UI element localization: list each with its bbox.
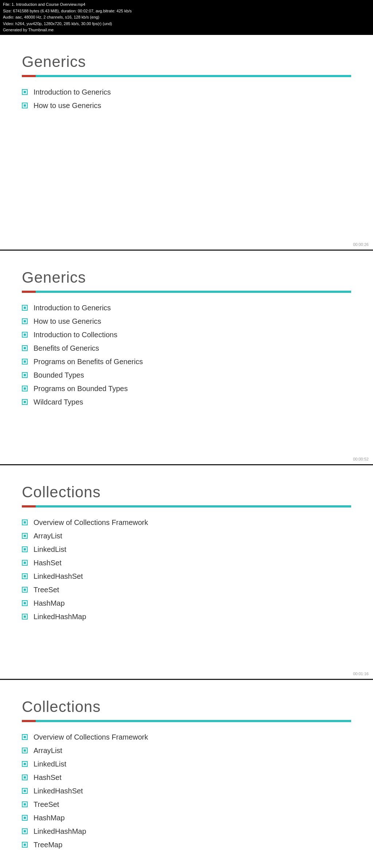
file-info-line1: File: 1. Introduction and Course Overvie… (3, 1, 370, 8)
list-item-icon (22, 359, 28, 365)
slide-1-timestamp: 00:00:26 (353, 242, 369, 247)
list-item-label: Bounded Types (34, 371, 84, 379)
list-item: Wildcard Types (22, 398, 351, 406)
list-item: HashSet (22, 559, 351, 567)
file-info-line5: Generated by Thumbnail.me (3, 27, 370, 33)
list-item-icon (22, 332, 28, 338)
slide-2-accent-bar (22, 291, 351, 293)
list-item: Overview of Collections Framework (22, 733, 351, 741)
accent-teal (36, 75, 351, 77)
list-item: TreeMap (22, 841, 351, 849)
list-item: Introduction to Collections (22, 331, 351, 339)
list-item: HashMap (22, 599, 351, 608)
slide-3: CollectionsOverview of Collections Frame… (0, 464, 373, 679)
list-item: Bounded Types (22, 371, 351, 379)
list-item: Introduction to Generics (22, 88, 351, 96)
list-item-label: LinkedHashSet (34, 787, 83, 795)
list-item-icon (22, 788, 28, 794)
accent-red (22, 505, 36, 507)
list-item-label: Introduction to Generics (34, 304, 111, 312)
list-item-label: Wildcard Types (34, 398, 83, 406)
accent-red (22, 75, 36, 77)
slide-4-list: Overview of Collections FrameworkArrayLi… (22, 733, 351, 849)
list-item: LinkedList (22, 760, 351, 768)
list-item: LinkedHashMap (22, 827, 351, 836)
slide-2-list: Introduction to GenericsHow to use Gener… (22, 304, 351, 406)
list-item-label: Introduction to Generics (34, 88, 111, 96)
list-item: Programs on Benefits of Generics (22, 358, 351, 366)
slide-1: GenericsIntroduction to GenericsHow to u… (0, 35, 373, 250)
list-item: LinkedHashSet (22, 572, 351, 581)
list-item-icon (22, 815, 28, 821)
list-item: LinkedHashSet (22, 787, 351, 795)
list-item-icon (22, 801, 28, 807)
list-item-label: HashSet (34, 559, 62, 567)
list-item-label: LinkedHashMap (34, 827, 86, 836)
list-item-label: Programs on Benefits of Generics (34, 358, 143, 366)
file-info-line3: Audio: aac, 48000 Hz, 2 channels, s16, 1… (3, 14, 370, 21)
list-item-icon (22, 828, 28, 834)
file-info-line2: Size: 6741588 bytes (6.43 MiB), duration… (3, 8, 370, 15)
accent-red (22, 720, 36, 722)
accent-teal (36, 720, 351, 722)
list-item-label: Introduction to Collections (34, 331, 117, 339)
list-item-icon (22, 305, 28, 311)
slide-1-list: Introduction to GenericsHow to use Gener… (22, 88, 351, 110)
list-item-label: TreeMap (34, 841, 62, 849)
list-item-icon (22, 842, 28, 848)
list-item: LinkedList (22, 545, 351, 554)
list-item-icon (22, 600, 28, 606)
file-info-line4: Video: h264, yuv420p, 1280x720, 285 kb/s… (3, 21, 370, 27)
list-item-label: How to use Generics (34, 317, 101, 326)
slide-4: CollectionsOverview of Collections Frame… (0, 679, 373, 868)
slide-3-list: Overview of Collections FrameworkArrayLi… (22, 518, 351, 621)
list-item-label: HashSet (34, 773, 62, 782)
list-item-label: Overview of Collections Framework (34, 518, 148, 527)
list-item-icon (22, 761, 28, 767)
accent-red (22, 291, 36, 293)
list-item: TreeSet (22, 586, 351, 594)
list-item-label: HashMap (34, 814, 65, 822)
list-item-label: LinkedHashMap (34, 613, 86, 621)
list-item: HashMap (22, 814, 351, 822)
list-item-icon (22, 748, 28, 753)
slide-4-accent-bar (22, 720, 351, 722)
slide-1-title: Generics (22, 53, 351, 71)
list-item-icon (22, 318, 28, 324)
list-item-icon (22, 573, 28, 579)
list-item-icon (22, 560, 28, 566)
accent-teal (36, 291, 351, 293)
list-item: How to use Generics (22, 317, 351, 326)
list-item-icon (22, 103, 28, 108)
list-item-label: Programs on Bounded Types (34, 385, 128, 393)
list-item-label: LinkedHashSet (34, 572, 83, 581)
slide-3-accent-bar (22, 505, 351, 507)
list-item: Introduction to Generics (22, 304, 351, 312)
list-item-icon (22, 587, 28, 593)
slides-container: GenericsIntroduction to GenericsHow to u… (0, 35, 373, 868)
slide-2-timestamp: 00:00:52 (353, 457, 369, 461)
list-item-icon (22, 345, 28, 351)
list-item-icon (22, 546, 28, 552)
list-item: LinkedHashMap (22, 613, 351, 621)
list-item-label: ArrayList (34, 746, 62, 755)
slide-4-title: Collections (22, 698, 351, 716)
slide-2: GenericsIntroduction to GenericsHow to u… (0, 250, 373, 464)
accent-teal (36, 505, 351, 507)
list-item: Overview of Collections Framework (22, 518, 351, 527)
list-item-icon (22, 89, 28, 95)
list-item-label: ArrayList (34, 532, 62, 540)
list-item-label: How to use Generics (34, 101, 101, 110)
list-item-icon (22, 533, 28, 539)
list-item-label: Benefits of Generics (34, 344, 99, 353)
list-item: Programs on Bounded Types (22, 385, 351, 393)
list-item-icon (22, 614, 28, 620)
list-item-icon (22, 399, 28, 405)
slide-2-title: Generics (22, 269, 351, 286)
slide-3-title: Collections (22, 483, 351, 501)
list-item-label: LinkedList (34, 545, 66, 554)
list-item-icon (22, 372, 28, 378)
list-item: HashSet (22, 773, 351, 782)
slide-1-accent-bar (22, 75, 351, 77)
slide-3-timestamp: 00:01:16 (353, 672, 369, 676)
